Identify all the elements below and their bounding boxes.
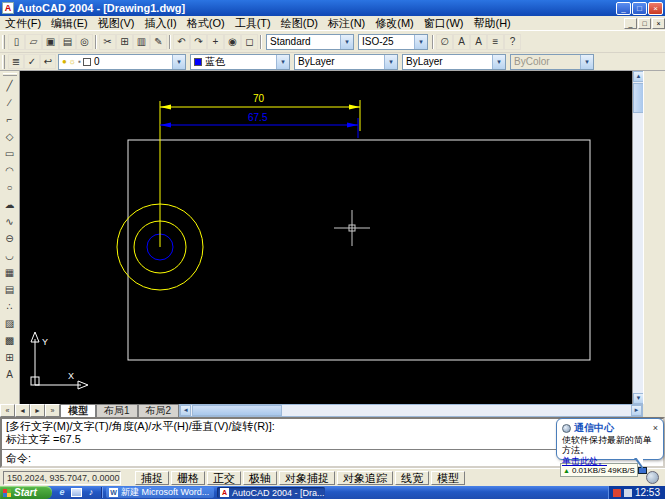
dim-text-67-5[interactable]: 67.5 — [248, 112, 268, 123]
menu-tools[interactable]: 工具(T) — [230, 16, 276, 31]
circle-tool-icon[interactable]: ○ — [1, 179, 18, 196]
tray-icon-red[interactable] — [613, 489, 621, 497]
minimize-button[interactable]: _ — [616, 2, 631, 15]
communication-center-icon[interactable] — [646, 471, 659, 484]
scroll-left-icon[interactable]: ◄ — [180, 405, 191, 416]
chevron-down-icon[interactable]: ▾ — [492, 55, 505, 69]
single-text-icon[interactable]: A — [470, 34, 487, 50]
revision-cloud-tool-icon[interactable]: ☁ — [1, 196, 18, 213]
tab-layout1[interactable]: 布局1 — [96, 404, 138, 417]
menu-view[interactable]: 视图(V) — [93, 16, 140, 31]
cut-icon[interactable]: ✂ — [99, 34, 116, 50]
save-icon[interactable]: ▣ — [42, 34, 59, 50]
vertical-scrollbar[interactable]: ▲ ▼ — [632, 71, 643, 404]
construction-line-tool-icon[interactable]: ∕ — [1, 94, 18, 111]
ortho-toggle[interactable]: 正交 — [207, 471, 241, 485]
line-tool-icon[interactable]: ╱ — [1, 77, 18, 94]
snap-toggle[interactable]: 捕捉 — [135, 471, 169, 485]
paste-icon[interactable]: ▥ — [133, 34, 150, 50]
chevron-down-icon[interactable]: ▾ — [172, 55, 185, 69]
lineweight-combo[interactable]: ByLayer ▾ — [402, 54, 506, 70]
copy-icon[interactable]: ⊞ — [116, 34, 133, 50]
horizontal-scrollbar[interactable]: ◄ ► — [179, 404, 643, 417]
zoom-window-icon[interactable]: ◻ — [241, 34, 258, 50]
hatch-tool-icon[interactable]: ▨ — [1, 315, 18, 332]
chevron-down-icon[interactable]: ▾ — [340, 35, 353, 49]
plot-preview-icon[interactable]: ◎ — [76, 34, 93, 50]
layer-combo[interactable]: ● ☼ ▪ 0 ▾ — [58, 54, 186, 70]
menu-window[interactable]: 窗口(W) — [419, 16, 469, 31]
mdi-minimize-button[interactable]: _ — [624, 18, 637, 29]
task-autocad[interactable]: A AutoCAD 2004 - [Dra... — [217, 487, 325, 498]
pan-icon[interactable]: + — [207, 34, 224, 50]
make-block-tool-icon[interactable]: ▤ — [1, 281, 18, 298]
model-toggle[interactable]: 模型 — [431, 471, 465, 485]
start-button[interactable]: Start — [0, 486, 52, 499]
point-tool-icon[interactable]: ∴ — [1, 298, 18, 315]
insert-block-tool-icon[interactable]: ▦ — [1, 264, 18, 281]
model-space[interactable]: 70 67.5 Y X — [20, 71, 632, 404]
chevron-down-icon[interactable]: ▾ — [276, 55, 289, 69]
media-player-icon[interactable]: ♪ — [85, 487, 97, 498]
dim-edit-icon[interactable]: ∅ — [436, 34, 453, 50]
layer-manager-icon[interactable]: ≣ — [8, 54, 24, 69]
menu-file[interactable]: 文件(F) — [0, 16, 46, 31]
tab-prev-button[interactable]: ◄ — [15, 404, 30, 417]
spline-tool-icon[interactable]: ∿ — [1, 213, 18, 230]
rectangle-tool-icon[interactable]: ▭ — [1, 145, 18, 162]
redo-icon[interactable]: ↷ — [190, 34, 207, 50]
drawing-canvas[interactable]: 70 67.5 Y X — [20, 71, 632, 404]
chevron-down-icon[interactable]: ▾ — [384, 55, 397, 69]
otrack-toggle[interactable]: 对象追踪 — [337, 471, 393, 485]
restore-button[interactable]: □ — [632, 2, 647, 15]
match-properties-icon[interactable]: ✎ — [150, 34, 167, 50]
show-desktop-icon[interactable] — [71, 488, 82, 497]
menu-draw[interactable]: 绘图(D) — [276, 16, 323, 31]
table-tool-icon[interactable]: ⊞ — [1, 349, 18, 366]
open-icon[interactable]: ▱ — [25, 34, 42, 50]
ellipse-tool-icon[interactable]: ⊖ — [1, 230, 18, 247]
lineweight-toggle[interactable]: 线宽 — [395, 471, 429, 485]
tab-last-button[interactable]: » — [45, 404, 60, 417]
tray-icon-gray[interactable] — [624, 489, 632, 497]
close-button[interactable]: × — [648, 2, 663, 15]
toolbar-grip[interactable] — [2, 55, 5, 69]
dim-text-70[interactable]: 70 — [253, 93, 265, 104]
mdi-close-button[interactable]: × — [652, 18, 665, 29]
undo-icon[interactable]: ↶ — [173, 34, 190, 50]
task-word[interactable]: W 新建 Microsoft Word... — [106, 487, 214, 498]
internet-explorer-icon[interactable]: e — [56, 487, 68, 498]
menu-modify[interactable]: 修改(M) — [370, 16, 419, 31]
toolbar-grip[interactable] — [3, 73, 17, 76]
mtext-tool-icon[interactable]: A — [1, 366, 18, 383]
text-style-icon[interactable]: A — [453, 34, 470, 50]
zoom-realtime-icon[interactable]: ◉ — [224, 34, 241, 50]
menu-format[interactable]: 格式(O) — [182, 16, 230, 31]
horizontal-scroll-thumb[interactable] — [192, 405, 282, 416]
ellipse-arc-tool-icon[interactable]: ◡ — [1, 247, 18, 264]
coordinate-readout[interactable]: 150.2024, 935.7047, 0.0000 — [3, 471, 121, 485]
polar-toggle[interactable]: 极轴 — [243, 471, 277, 485]
region-tool-icon[interactable]: ▩ — [1, 332, 18, 349]
polygon-tool-icon[interactable]: ◇ — [1, 128, 18, 145]
polyline-tool-icon[interactable]: ⌐ — [1, 111, 18, 128]
properties-icon[interactable]: ≡ — [487, 34, 504, 50]
menu-insert[interactable]: 插入(I) — [139, 16, 181, 31]
grid-toggle[interactable]: 栅格 — [171, 471, 205, 485]
menu-edit[interactable]: 编辑(E) — [46, 16, 93, 31]
tray-clock[interactable]: 12:53 — [635, 487, 660, 498]
help-icon[interactable]: ? — [504, 34, 521, 50]
arc-tool-icon[interactable]: ◠ — [1, 162, 18, 179]
chevron-down-icon[interactable]: ▾ — [414, 35, 427, 49]
mdi-restore-button[interactable]: □ — [638, 18, 651, 29]
tab-model[interactable]: 模型 — [60, 404, 96, 417]
menu-dimension[interactable]: 标注(N) — [323, 16, 370, 31]
dim-style-combo[interactable]: ISO-25 ▾ — [358, 34, 428, 50]
balloon-link[interactable]: 单击此处。 — [562, 455, 658, 468]
tab-next-button[interactable]: ► — [30, 404, 45, 417]
toolbar-grip[interactable] — [2, 35, 5, 49]
balloon-close-icon[interactable]: × — [653, 424, 658, 433]
part-outline-rectangle[interactable] — [128, 140, 590, 360]
print-icon[interactable]: ▤ — [59, 34, 76, 50]
scroll-right-icon[interactable]: ► — [631, 405, 642, 416]
